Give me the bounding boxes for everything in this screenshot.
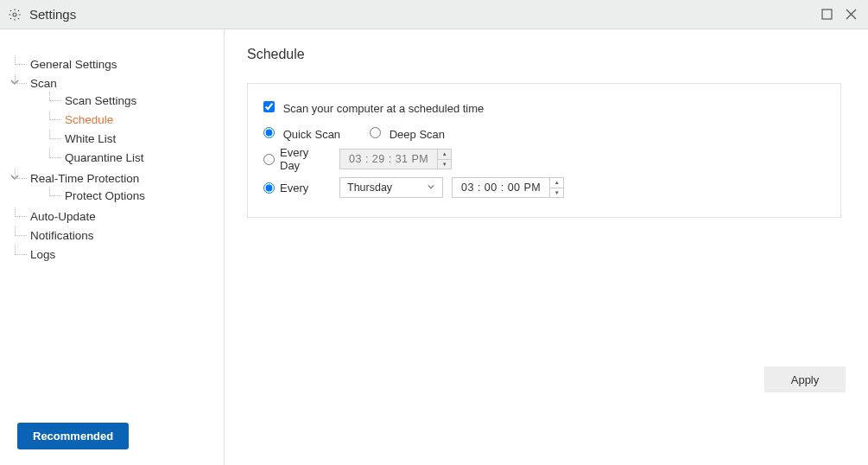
window-title: Settings [29,7,76,22]
tree-item-notifications[interactable]: Notifications [30,226,224,245]
page-heading: Schedule [247,47,846,62]
every-day-time-value: 03 : 29 : 31 PM [340,153,437,165]
every-time-value: 03 : 00 : 00 PM [453,182,549,194]
quick-scan-radio[interactable] [263,127,275,138]
spin-up-icon[interactable]: ▲ [550,178,563,188]
day-dropdown-value: Thursday [347,182,427,194]
every-time-picker[interactable]: 03 : 00 : 00 PM ▲ ▼ [452,177,564,198]
scheduled-scan-text: Scan your computer at a scheduled time [283,102,485,115]
svg-point-0 [13,13,16,16]
every-radio[interactable] [263,182,275,194]
every-radio-label[interactable]: Every [263,182,331,194]
content-pane: Schedule Scan your computer at a schedul… [225,29,868,465]
deep-scan-radio[interactable] [370,127,381,138]
tree-item-quarantine[interactable]: Quarantine List [65,149,224,168]
apply-button[interactable]: Apply [764,366,846,392]
tree-item-logs[interactable]: Logs [30,245,224,264]
tree-item-auto-update[interactable]: Auto-Update [30,207,224,226]
recommended-button[interactable]: Recommended [17,423,129,449]
tree-item-rtp[interactable]: Real-Time Protection Protect Options [30,169,224,207]
tree-item-scan-settings[interactable]: Scan Settings [65,92,224,111]
settings-tree: General Settings Scan Scan Settings Sche… [0,55,224,264]
maximize-button[interactable] [816,4,837,25]
time-spinner[interactable]: ▲ ▼ [549,178,563,197]
quick-scan-text: Quick Scan [283,128,340,141]
tree-item-scan[interactable]: Scan Scan Settings Schedule White List Q… [30,74,224,169]
tree-item-schedule[interactable]: Schedule [65,111,224,130]
close-button[interactable] [840,4,861,25]
scheduled-scan-checkbox[interactable] [263,101,275,112]
chevron-down-icon [427,182,435,194]
every-day-time-picker[interactable]: 03 : 29 : 31 PM ▲ ▼ [339,149,452,169]
gear-icon [7,7,22,22]
every-day-text: Every Day [280,146,331,172]
tree-item-protect-options[interactable]: Protect Options [65,187,224,206]
spin-down-icon[interactable]: ▼ [550,188,563,198]
deep-scan-radio-label[interactable]: Deep Scan [370,127,445,141]
svg-rect-1 [822,10,832,19]
quick-scan-radio-label[interactable]: Quick Scan [263,127,340,141]
scheduled-scan-checkbox-label[interactable]: Scan your computer at a scheduled time [263,101,484,115]
every-text: Every [280,182,308,194]
time-spinner[interactable]: ▲ ▼ [437,150,451,169]
deep-scan-text: Deep Scan [390,128,445,141]
spin-up-icon[interactable]: ▲ [438,150,451,160]
tree-item-whitelist[interactable]: White List [65,130,224,149]
day-dropdown[interactable]: Thursday [339,177,443,198]
every-day-radio-label[interactable]: Every Day [263,146,331,172]
spin-down-icon[interactable]: ▼ [438,160,451,169]
titlebar: Settings [0,0,868,29]
tree-item-general[interactable]: General Settings [30,55,224,74]
sidebar: General Settings Scan Scan Settings Sche… [0,29,225,465]
every-day-radio[interactable] [263,154,275,165]
schedule-panel: Scan your computer at a scheduled time Q… [247,83,841,218]
